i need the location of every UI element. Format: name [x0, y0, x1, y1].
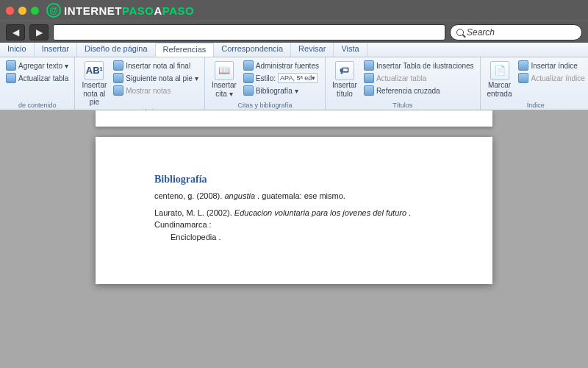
- endnote-icon: [113, 60, 123, 71]
- document-canvas[interactable]: Bibliografía centeno, g. (2008). angusti…: [0, 110, 588, 368]
- insert-index-button[interactable]: Insertar índice: [517, 60, 586, 71]
- captions-label: Títulos: [330, 101, 476, 110]
- update-cap-icon: [364, 73, 374, 83]
- browser-navbar: ◀ ▶ Search: [0, 21, 588, 43]
- bibliography-heading: Bibliografía: [154, 174, 434, 185]
- group-captions: 🏷 Insertar título Insertar Tabla de ilus…: [326, 57, 481, 110]
- insert-citation-button[interactable]: 📖 Insertar cita ▾: [209, 60, 239, 99]
- index-label: Índice: [485, 101, 587, 110]
- bibliography-button[interactable]: Bibliografía ▾: [242, 85, 320, 96]
- toi-icon: [364, 60, 374, 71]
- prev-page-edge: [96, 110, 492, 127]
- footnote-icon: AB¹: [85, 61, 104, 80]
- ribbon: Agregar texto ▾ Actualizar tabla de cont…: [0, 57, 588, 110]
- tab-revisar[interactable]: Revisar: [291, 43, 334, 57]
- back-button[interactable]: ◀: [6, 24, 25, 40]
- citation-entry-1: centeno, g. (2008). angustia . guatemala…: [154, 190, 434, 202]
- update-toc-button[interactable]: Actualizar tabla: [4, 72, 70, 84]
- insert-caption-button[interactable]: 🏷 Insertar título: [330, 60, 359, 99]
- group-index: 📄 Marcar entrada Insertar índice Actuali…: [481, 57, 588, 110]
- add-text-button[interactable]: Agregar texto ▾: [4, 60, 70, 71]
- tab-referencias[interactable]: Referencias: [156, 43, 215, 57]
- style-selector[interactable]: Estilo: APA, 5ª ed ▾: [242, 72, 320, 84]
- logo-icon: @: [46, 3, 61, 18]
- group-toc: Agregar texto ▾ Actualizar tabla de cont…: [0, 57, 75, 110]
- style-icon: [243, 73, 254, 83]
- show-notes-button[interactable]: Mostrar notas: [112, 85, 200, 96]
- url-input[interactable]: [53, 24, 445, 40]
- group-footnotes: AB¹ Insertar nota al pie Insertar nota a…: [75, 57, 205, 110]
- update-icon: [6, 73, 16, 83]
- traffic-lights: [6, 7, 39, 15]
- tab-vista[interactable]: Vista: [334, 43, 367, 57]
- mark-entry-button[interactable]: 📄 Marcar entrada: [485, 60, 514, 99]
- citations-label: Citas y bibliografía: [209, 101, 320, 110]
- show-notes-icon: [113, 85, 123, 96]
- next-footnote-button[interactable]: Siguiente nota al pie ▾: [112, 72, 200, 84]
- brand-text: INTERNETPASOAPASO: [64, 4, 194, 17]
- insert-footnote-button[interactable]: AB¹ Insertar nota al pie: [79, 60, 109, 107]
- toc-big-label: de contenido: [4, 101, 70, 110]
- cross-ref-button[interactable]: Referencia cruzada: [362, 85, 476, 96]
- citation-icon: 📖: [215, 61, 234, 80]
- forward-button[interactable]: ▶: [29, 24, 49, 40]
- manage-sources-button[interactable]: Administrar fuentes: [242, 60, 320, 71]
- crossref-icon: [364, 85, 374, 96]
- update-captions-button[interactable]: Actualizar tabla: [362, 72, 476, 84]
- tab-insertar[interactable]: Insertar: [35, 43, 77, 57]
- update-index-icon: [518, 73, 528, 83]
- search-placeholder: Search: [467, 27, 495, 38]
- ribbon-tabs: Inicio Insertar Diseño de página Referen…: [0, 43, 588, 57]
- tab-diseno[interactable]: Diseño de página: [77, 43, 156, 57]
- window-titlebar: @ INTERNETPASOAPASO: [0, 0, 588, 21]
- group-citations: 📖 Insertar cita ▾ Administrar fuentes Es…: [205, 57, 326, 110]
- document-page[interactable]: Bibliografía centeno, g. (2008). angusti…: [96, 137, 492, 284]
- next-note-icon: [113, 73, 123, 83]
- caption-icon: 🏷: [335, 61, 354, 80]
- citation-entry-2: Laurato, M. L. (2002). Educacion volunta…: [154, 207, 434, 244]
- close-icon[interactable]: [6, 7, 14, 15]
- tab-inicio[interactable]: Inicio: [0, 43, 35, 57]
- minimize-icon[interactable]: [18, 7, 26, 15]
- tab-correspondencia[interactable]: Correspondencia: [214, 43, 291, 57]
- search-icon: [456, 29, 464, 36]
- manage-icon: [243, 60, 254, 71]
- maximize-icon[interactable]: [31, 7, 39, 15]
- biblio-icon: [243, 85, 254, 96]
- insert-endnote-button[interactable]: Insertar nota al final: [112, 60, 200, 71]
- mark-entry-icon: 📄: [490, 61, 509, 80]
- insert-toi-button[interactable]: Insertar Tabla de ilustraciones: [362, 60, 476, 71]
- insert-index-icon: [518, 60, 528, 71]
- add-text-icon: [6, 60, 16, 71]
- search-input[interactable]: Search: [450, 24, 582, 40]
- update-index-button[interactable]: Actualizar índice: [517, 72, 586, 84]
